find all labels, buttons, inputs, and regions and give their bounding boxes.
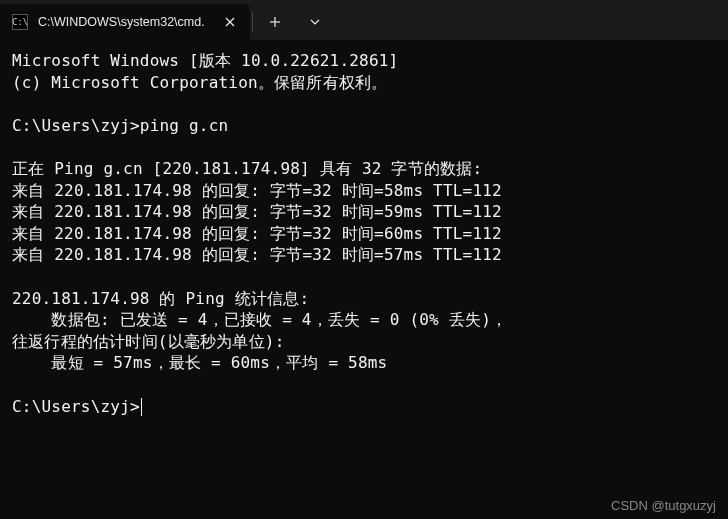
tab-title: C:\WINDOWS\system32\cmd. bbox=[38, 15, 210, 29]
new-tab-button[interactable] bbox=[255, 4, 295, 40]
terminal-line: (c) Microsoft Corporation。保留所有权利。 bbox=[12, 73, 387, 92]
terminal-line: 来自 220.181.174.98 的回复: 字节=32 时间=58ms TTL… bbox=[12, 181, 502, 200]
terminal-line: 最短 = 57ms，最长 = 60ms，平均 = 58ms bbox=[12, 353, 387, 372]
terminal-line: 数据包: 已发送 = 4，已接收 = 4，丢失 = 0 (0% 丢失)， bbox=[12, 310, 507, 329]
watermark: CSDN @tutgxuzyj bbox=[611, 498, 716, 513]
terminal-line: 来自 220.181.174.98 的回复: 字节=32 时间=57ms TTL… bbox=[12, 245, 502, 264]
terminal-tab[interactable]: C:\ C:\WINDOWS\system32\cmd. bbox=[0, 4, 250, 40]
text-cursor bbox=[141, 398, 143, 416]
close-icon bbox=[225, 17, 235, 27]
terminal-line: 220.181.174.98 的 Ping 统计信息: bbox=[12, 289, 309, 308]
tab-close-button[interactable] bbox=[220, 12, 240, 32]
prompt: C:\Users\zyj> bbox=[12, 116, 140, 135]
prompt: C:\Users\zyj> bbox=[12, 397, 140, 416]
tab-dropdown-button[interactable] bbox=[295, 4, 335, 40]
command-text: ping g.cn bbox=[140, 116, 229, 135]
plus-icon bbox=[269, 16, 281, 28]
terminal-line: 来自 220.181.174.98 的回复: 字节=32 时间=59ms TTL… bbox=[12, 202, 502, 221]
chevron-down-icon bbox=[309, 16, 321, 28]
terminal-line: 来自 220.181.174.98 的回复: 字节=32 时间=60ms TTL… bbox=[12, 224, 502, 243]
terminal-line: 往返行程的估计时间(以毫秒为单位): bbox=[12, 332, 285, 351]
terminal-line: Microsoft Windows [版本 10.0.22621.2861] bbox=[12, 51, 398, 70]
title-bar-actions bbox=[250, 4, 335, 40]
terminal-line: 正在 Ping g.cn [220.181.174.98] 具有 32 字节的数… bbox=[12, 159, 482, 178]
cmd-icon: C:\ bbox=[12, 14, 28, 30]
terminal-output[interactable]: Microsoft Windows [版本 10.0.22621.2861] (… bbox=[0, 40, 728, 427]
divider bbox=[252, 12, 253, 32]
title-bar: C:\ C:\WINDOWS\system32\cmd. bbox=[0, 0, 728, 40]
